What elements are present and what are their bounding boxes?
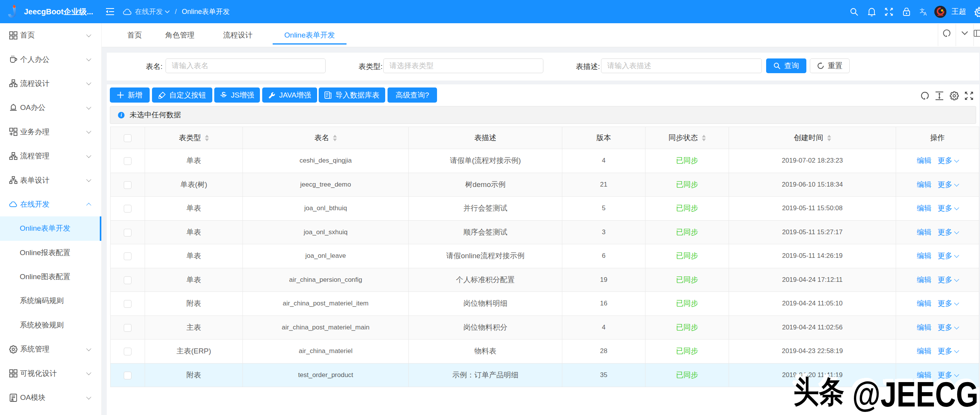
svg-text:A: A [924, 11, 927, 16]
